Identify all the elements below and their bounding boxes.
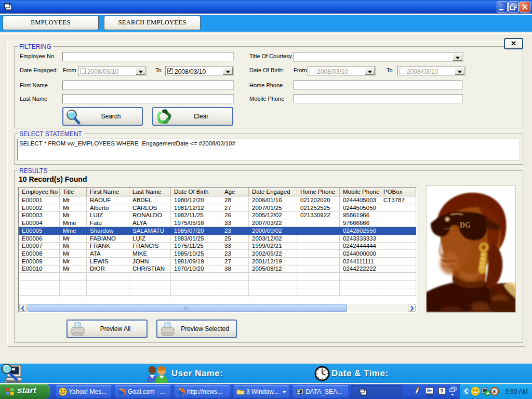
svg-text:DG: DG [460, 221, 471, 229]
svg-text:a: a [493, 389, 496, 394]
svg-text:?: ? [440, 388, 444, 394]
